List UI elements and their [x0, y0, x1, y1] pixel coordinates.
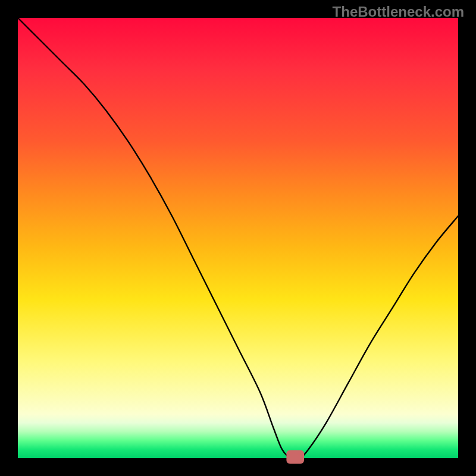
plot-area — [18, 18, 458, 458]
curve-svg — [18, 18, 458, 458]
bottleneck-curve — [18, 18, 458, 459]
optimal-marker — [286, 450, 304, 464]
chart-frame: TheBottleneck.com — [0, 0, 476, 476]
